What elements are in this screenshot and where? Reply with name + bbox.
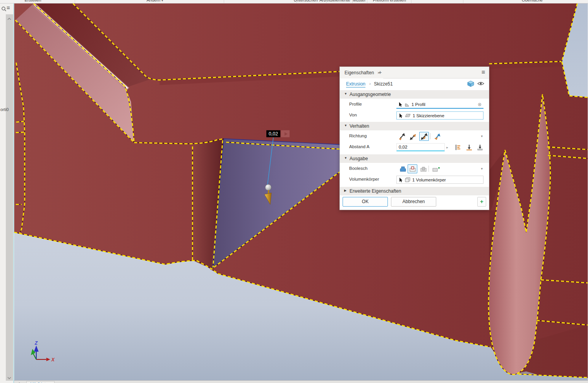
browser-panel-collapsed: ≡ [0, 3, 14, 383]
ribbon-group-arbeitselemente[interactable]: Arbeitselemente [319, 0, 350, 3]
ribbon-group-untersuchen[interactable]: Untersuchen [294, 0, 318, 3]
boolean-intersect-button[interactable] [418, 164, 428, 173]
new-solid-button[interactable] [431, 164, 441, 173]
ribbon-strip: Erstellen Ändern ▾ Untersuchen Arbeitsel… [0, 0, 588, 3]
viewport-border-line [14, 3, 14, 383]
svg-text:X: X [51, 357, 55, 362]
direction-default-button[interactable] [397, 132, 406, 141]
expand-icon: ▶ [344, 189, 346, 192]
svg-text:0,02: 0,02 [269, 131, 278, 137]
boolean-cut-button[interactable] [408, 164, 417, 173]
visibility-eye-icon[interactable] [477, 81, 484, 86]
chevron-down-icon: ▾ [161, 0, 163, 2]
row-volumenkoerper: Volumenkörper 1 Volumenkörper [340, 174, 489, 185]
ribbon-separator [297, 0, 297, 3]
ribbon-group-aendern[interactable]: Ändern ▾ [147, 0, 163, 3]
section-ausgabe[interactable]: ▼ Ausgabe [340, 154, 489, 163]
ribbon-group-muster[interactable]: Muster [353, 0, 366, 3]
ribbon-separator [352, 0, 353, 3]
direction-symmetric-button[interactable] [419, 132, 429, 141]
boolean-join-button[interactable] [398, 164, 408, 173]
solid-preview-icon[interactable] [467, 80, 474, 87]
dialog-menu-icon[interactable]: ≡ [482, 69, 485, 76]
row-von: Von 1 Skizzierebene [340, 110, 489, 121]
breadcrumb-extrusion-link[interactable]: Extrusion [346, 81, 365, 87]
section-erweiterte-eigenschaften[interactable]: ▶ Erweiterte Eigenschaften [340, 187, 489, 195]
row-richtung: Richtung ▾ [340, 131, 489, 142]
sketch-plane-icon [405, 113, 411, 118]
ribbon-separator [224, 0, 224, 3]
direction-flipped-button[interactable] [408, 132, 418, 141]
row-abstand: Abstand A 0,02 ▸ [340, 142, 489, 153]
icon-separator [430, 133, 430, 139]
ribbon-separator [367, 0, 367, 3]
browser-scrollbar[interactable] [6, 14, 13, 381]
inventor-window: Erstellen Ändern ▾ Untersuchen Arbeitsel… [0, 0, 588, 383]
abstand-input[interactable]: 0,02 [396, 143, 445, 151]
ribbon-separator [326, 0, 327, 3]
tab-eigenschaften[interactable]: Eigenschaften× [340, 67, 383, 79]
home-icon[interactable]: ⌂ [18, 381, 21, 383]
dialog-tab-bar: Eigenschaften× + ≡ [340, 67, 489, 79]
measure-extents-button[interactable] [453, 143, 463, 152]
value-flyout-icon[interactable]: ▸ [445, 144, 450, 150]
scroll-up-icon[interactable] [7, 17, 12, 21]
ribbon-group-erstellen[interactable]: Erstellen [25, 0, 41, 3]
collapse-icon: ▼ [344, 124, 347, 127]
row-boolesch: Boolesch ▾ [340, 164, 489, 174]
panel-menu-icon[interactable]: ≡ [7, 4, 10, 11]
collapse-icon: ▼ [344, 92, 347, 96]
manipulator-sphere[interactable] [265, 185, 271, 191]
properties-dialog: Eigenschaften× + ≡ Extrusion › Skizze51 … [339, 67, 489, 210]
ribbon-separator [411, 0, 411, 3]
cancel-button[interactable]: Abbrechen [391, 197, 436, 207]
scroll-down-icon[interactable] [7, 376, 12, 380]
profile-shape-icon [405, 102, 410, 107]
ribbon-separator [75, 0, 75, 3]
clear-selection-icon[interactable]: ⊗ [478, 102, 482, 107]
solid-body-icon [405, 177, 410, 182]
chevron-down-icon[interactable]: ▾ [481, 167, 483, 171]
breadcrumb-sketch: Skizze51 [374, 81, 393, 87]
ribbon-separator [463, 0, 463, 3]
breadcrumb-sep-icon: › [369, 81, 371, 86]
section-ausgangsgeometrie[interactable]: ▼ Ausgangsgeometrie [340, 90, 489, 99]
add-tab-icon[interactable]: + [379, 69, 382, 75]
ribbon-group-freiform[interactable]: Freiform erstellen [373, 0, 406, 3]
von-field[interactable]: 1 Skizzierebene [396, 111, 483, 120]
document-tab[interactable]: M1-3.ipt× [26, 381, 55, 383]
to-surface-button[interactable] [475, 143, 485, 152]
ribbon-group-oberflaeche[interactable]: Oberfläche [522, 0, 543, 3]
to-next-button[interactable] [464, 143, 474, 152]
dimension-label[interactable]: 0,02 [266, 130, 290, 137]
dialog-buttons: OK Abbrechen + [340, 197, 489, 209]
profile-field[interactable]: 1 Profil ⊗ [396, 101, 483, 109]
ok-button[interactable]: OK [343, 197, 388, 207]
clipped-panel-text: orti0 [0, 107, 10, 112]
viewport-3d[interactable]: 0,02 X Z [14, 3, 588, 380]
cursor-icon [399, 177, 403, 183]
search-icon[interactable] [2, 7, 6, 11]
svg-text:Z: Z [34, 340, 38, 346]
feature-breadcrumb: Extrusion › Skizze51 [340, 79, 489, 89]
document-tab-bar: ⌂ M1-3.ipt× [14, 380, 588, 383]
add-feature-button[interactable]: + [477, 197, 486, 207]
cursor-icon [399, 113, 403, 118]
section-verhalten[interactable]: ▼ Verhalten [340, 122, 489, 130]
volumenkoerper-field[interactable]: 1 Volumenkörper [396, 176, 483, 184]
row-profile: Profile 1 Profil ⊗ [340, 99, 489, 110]
cursor-icon [398, 102, 403, 107]
icon-separator [429, 166, 429, 172]
direction-asymmetric-button[interactable] [432, 132, 442, 141]
collapse-icon: ▼ [344, 156, 347, 160]
chevron-down-icon[interactable]: ▾ [481, 134, 483, 138]
